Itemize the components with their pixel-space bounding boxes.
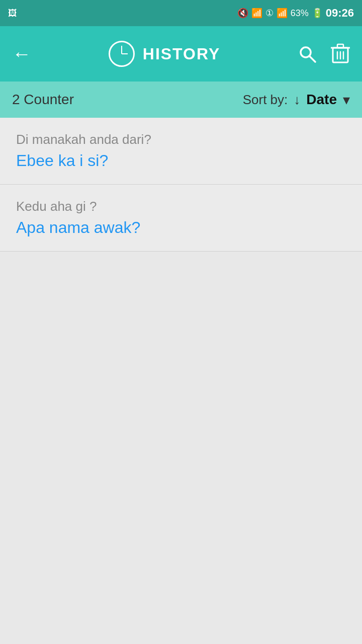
- clock-icon: [109, 41, 135, 67]
- page-title: HISTORY: [143, 45, 220, 63]
- status-bar-left: 🖼: [8, 8, 17, 19]
- sim-icon: ①: [265, 8, 274, 19]
- source-text-1: Di manakah anda dari?: [16, 132, 346, 147]
- bluetooth-mute-icon: 🔇: [237, 8, 248, 19]
- sort-section[interactable]: Sort by: ↓ Date ▾: [243, 92, 350, 108]
- svg-rect-4: [337, 44, 343, 48]
- list-item[interactable]: Di manakah anda dari? Ebee ka i si?: [0, 118, 362, 185]
- source-text-2: Kedu aha gi ?: [16, 199, 346, 214]
- wifi-icon: 📶: [251, 8, 262, 19]
- battery-icon: 🔋: [312, 8, 323, 19]
- counter-label: 2 Counter: [12, 92, 74, 108]
- battery-percent: 63%: [291, 8, 309, 19]
- delete-button[interactable]: [331, 43, 350, 64]
- svg-line-1: [309, 56, 315, 62]
- app-bar-actions: [298, 43, 350, 64]
- translation-text-2: Apa nama awak?: [16, 218, 346, 237]
- history-list: Di manakah anda dari? Ebee ka i si? Kedu…: [0, 118, 362, 252]
- chevron-down-icon[interactable]: ▾: [343, 92, 350, 108]
- translation-text-1: Ebee ka i si?: [16, 151, 346, 170]
- back-arrow-icon: ←: [12, 43, 31, 65]
- signal-icon: 📶: [277, 8, 288, 19]
- list-item[interactable]: Kedu aha gi ? Apa nama awak?: [0, 185, 362, 252]
- search-button[interactable]: [298, 44, 317, 63]
- photo-icon: 🖼: [8, 8, 17, 19]
- search-icon: [298, 44, 317, 63]
- sort-bar: 2 Counter Sort by: ↓ Date ▾: [0, 82, 362, 118]
- status-bar-right: 🔇 📶 ① 📶 63% 🔋 09:26: [237, 7, 354, 20]
- trash-icon: [331, 43, 350, 64]
- status-bar: 🖼 🔇 📶 ① 📶 63% 🔋 09:26: [0, 0, 362, 26]
- sort-direction-icon: ↓: [294, 92, 300, 108]
- back-button[interactable]: ←: [12, 43, 31, 65]
- app-bar: ← HISTORY: [0, 26, 362, 82]
- sort-by-label: Sort by:: [243, 92, 288, 108]
- status-time: 09:26: [326, 7, 354, 20]
- app-bar-title: HISTORY: [109, 41, 220, 67]
- sort-value-label: Date: [306, 92, 337, 108]
